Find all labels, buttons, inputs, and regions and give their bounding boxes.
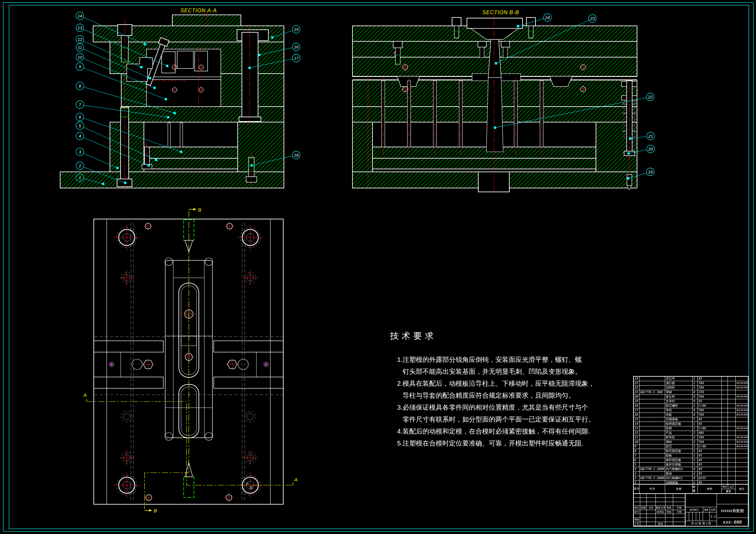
bom-cell: 1 [693, 381, 698, 385]
bom-cell: 产品 [665, 431, 693, 435]
bom-cell: T8A [698, 381, 722, 385]
tb-process: 工艺 [634, 522, 640, 526]
bom-cell: 4 [693, 395, 698, 399]
bom-cell: 45 [698, 449, 722, 453]
bom-cell [736, 431, 748, 435]
balloon-number: 7 [79, 102, 81, 107]
bom-cell: 型芯镶件 [665, 404, 693, 408]
bom-cell: 45 [698, 458, 722, 462]
balloon-number: 3 [79, 150, 81, 154]
bom-cell [736, 449, 748, 453]
bom-cell [728, 395, 736, 399]
bom-cell: 淬火50-55HRC [736, 381, 748, 385]
bom-row: 10滑块2T8A淬火50-55HRC [634, 440, 748, 445]
title-block-right: xxxxxx装配图 xxx-000 [717, 494, 748, 526]
bom-header-remark: 备注 [736, 485, 748, 493]
bom-cell [722, 440, 728, 444]
bom-header-row: 序号 代号 名称 数量 材料 单件 总计 重量 备注 [633, 485, 748, 494]
bom-cell [728, 445, 736, 449]
balloon-leader-dot [124, 182, 126, 184]
bom-cell: 2 [693, 440, 698, 444]
bom-cell [722, 408, 728, 413]
section-a-view [60, 12, 284, 191]
bom-cell: 垫板 [665, 454, 693, 458]
bom-cell [728, 418, 736, 421]
bom-cell: 4 [634, 467, 639, 471]
bom-cell: Q235 [698, 476, 722, 480]
balloon-number: 9 [79, 64, 81, 69]
bom-cell [722, 386, 728, 390]
bom-cell: 13 [634, 426, 639, 431]
bom-cell: 推杆支撑板 [665, 463, 693, 467]
tb-sign: 签名 [665, 506, 673, 510]
balloon-leader-dot [155, 159, 157, 161]
bom-cell: T8A [698, 440, 722, 444]
bom-cell: GB/T70.1-2000 [639, 467, 665, 471]
bom-cell: Cr40 [698, 426, 722, 431]
bom-cell [639, 404, 665, 408]
bom-cell: 4 [693, 390, 698, 394]
balloon-number: 2 [78, 164, 81, 168]
pin-dot-left [111, 364, 113, 366]
balloon-number: 16 [294, 44, 299, 49]
bom-header-weight: 重量 [722, 489, 735, 493]
bom-cell [736, 454, 748, 458]
bom-cell: Cr40 [698, 404, 722, 408]
guide-holes [114, 221, 263, 502]
bom-cell [722, 413, 728, 417]
tb-date2: 日期 [673, 510, 685, 514]
bom-header-no: 序号 [634, 485, 639, 493]
bom-cell: 淬火50-55HRC [736, 386, 748, 390]
balloon-leader-dot [153, 87, 156, 89]
bom-cell: 15 [634, 418, 639, 421]
bom-cell: 14 [634, 422, 639, 426]
bom-cell: 推杆固定板 [665, 458, 693, 462]
bom-cell [722, 454, 728, 458]
bom-row: 4GB/T70.1-2000内六角螺钉2445 [634, 467, 748, 472]
bom-cell: GB/T70.1-500 [639, 390, 665, 394]
bom-cell [722, 431, 728, 435]
bom-cell: 4 [693, 399, 698, 403]
bom-cell [722, 399, 728, 403]
balloon-number: 19 [648, 169, 653, 174]
bom-cell: 45 [698, 463, 722, 467]
balloon-number: 11 [78, 45, 82, 50]
bom-cell: 淬火50-55HRC [736, 440, 748, 444]
bom-cell: 4 [693, 413, 698, 417]
balloon-number: 21 [648, 134, 653, 139]
bom-cell [722, 445, 728, 449]
section-marker-a-right: A [294, 477, 297, 482]
bom-cell: 6 [634, 458, 639, 462]
bom-cell: STD [698, 390, 722, 394]
balloon-number: 5 [79, 123, 81, 128]
balloon-leader-dot [166, 64, 169, 67]
bom-row: 22拉料杆1T8A淬火50-55HRC [634, 386, 748, 390]
bom-cell [728, 472, 736, 476]
bom-cell [728, 476, 736, 480]
balloon-number: 15 [294, 27, 299, 32]
bom-row: 19支承钉445 [634, 399, 748, 404]
bom-row: 7垫板145 [634, 454, 748, 458]
bom-row: 21GB/T70.1-500弹簧4STD [634, 390, 748, 395]
bom-cell: 16 [634, 413, 639, 417]
bom-cell: 4 [693, 476, 698, 480]
bom-cell: 1 [693, 418, 698, 421]
bom-cell [722, 463, 728, 467]
balloon-leader-dot [148, 164, 150, 167]
balloon-number: 24 [545, 15, 550, 20]
bom-cell: 1 [693, 463, 698, 467]
balloon-leader-dot [144, 43, 146, 45]
bom-cell: 型腔 [665, 426, 693, 431]
bom-cell: 45 [698, 377, 722, 381]
bom-cell: 11 [634, 436, 639, 440]
bom-cell [722, 418, 728, 421]
bom-cell: 21 [634, 390, 639, 394]
bom-cell: 淬火50-55HRC [736, 408, 748, 413]
bom-cell [639, 472, 665, 476]
bom-cell: 内六角螺钉2 [665, 467, 693, 471]
tb-sheet-info: 共 xx 张 第 x 张 [686, 521, 716, 526]
bom-cell: T8A [698, 436, 722, 440]
slide-rails [94, 341, 283, 388]
bom-cell [639, 399, 665, 403]
tb-standardize: 标准化 [656, 510, 665, 514]
